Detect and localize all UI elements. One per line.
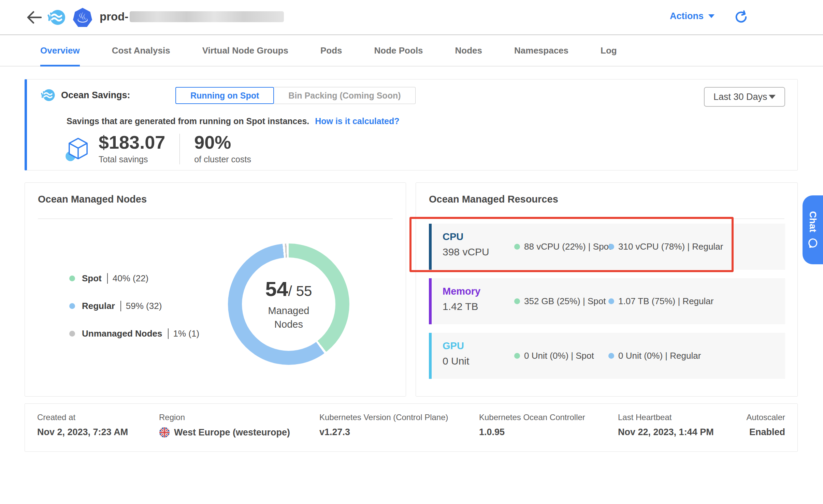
period-select-value: Last 30 Days bbox=[713, 92, 767, 102]
regular-dot-icon bbox=[608, 298, 614, 304]
top-header: ♨ prod- Actions bbox=[0, 0, 823, 35]
autoscaler-status: Enabled bbox=[747, 427, 785, 438]
how-calculated-link[interactable]: How is it calculated? bbox=[315, 116, 399, 126]
cube-icon bbox=[65, 135, 91, 164]
managed-resources-title: Ocean Managed Resources bbox=[429, 194, 558, 205]
tab-overview[interactable]: Overview bbox=[40, 35, 80, 66]
info-region: Region West Europe (westeurope) bbox=[159, 413, 290, 438]
tab-bar: Overview Cost Analysis Virtual Node Grou… bbox=[0, 35, 823, 66]
cpu-spot-metric: 88 vCPU (22%) | Spot bbox=[514, 241, 611, 252]
legend-item-spot: Spot 40% (22) bbox=[69, 273, 199, 284]
chat-label: Chat bbox=[807, 211, 818, 232]
tab-virtual-node-groups[interactable]: Virtual Node Groups bbox=[202, 35, 288, 66]
cluster-pct-caption: of cluster costs bbox=[194, 154, 251, 164]
cpu-regular-metric: 310 vCPU (78%) | Regular bbox=[608, 241, 723, 252]
ocean-managed-nodes-card: Ocean Managed Nodes Spot 40% (22) Regula… bbox=[25, 182, 406, 397]
back-arrow-icon[interactable] bbox=[27, 11, 42, 24]
managed-nodes-title: Ocean Managed Nodes bbox=[38, 194, 147, 205]
chat-bubble-icon bbox=[807, 238, 818, 249]
cpu-label: CPU bbox=[443, 231, 463, 242]
info-last-heartbeat: Last Heartbeat Nov 22, 2023, 1:44 PM bbox=[618, 413, 714, 438]
cluster-name-redacted bbox=[130, 11, 284, 22]
bin-packing-toggle[interactable]: Bin Packing (Coming Soon) bbox=[274, 87, 415, 104]
donut-legend: Spot 40% (22) Regular 59% (32) Unmanaged… bbox=[69, 273, 199, 339]
ocean-logo-icon bbox=[47, 8, 66, 27]
info-created-at: Created at Nov 2, 2023, 7:23 AM bbox=[37, 413, 128, 438]
spot-dot-icon bbox=[69, 276, 75, 281]
tab-node-pools[interactable]: Node Pools bbox=[374, 35, 423, 66]
gpu-label: GPU bbox=[443, 340, 464, 352]
gpu-spot-metric: 0 Unit (0%) | Spot bbox=[514, 351, 594, 361]
spot-dot-icon bbox=[514, 244, 520, 250]
uk-flag-icon bbox=[159, 427, 170, 438]
savings-stats: $183.07 Total savings 90% of cluster cos… bbox=[65, 132, 251, 164]
ocean-savings-icon bbox=[41, 88, 56, 103]
divider bbox=[429, 219, 784, 219]
ocean-managed-resources-card: Ocean Managed Resources CPU 398 vCPU 88 … bbox=[416, 182, 798, 397]
tab-log[interactable]: Log bbox=[601, 35, 617, 66]
period-select[interactable]: Last 30 Days bbox=[704, 87, 785, 107]
ocean-savings-label: Ocean Savings: bbox=[61, 90, 130, 101]
memory-total: 1.42 TB bbox=[443, 301, 478, 312]
chevron-down-icon bbox=[708, 14, 714, 18]
cluster-pct-stat: 90% of cluster costs bbox=[194, 132, 251, 164]
total-savings-value: $183.07 bbox=[99, 132, 165, 152]
total-savings-stat: $183.07 Total savings bbox=[99, 132, 165, 164]
managed-nodes-chart: 54/ 55 Managed Nodes bbox=[228, 243, 349, 365]
info-k8s-version: Kubernetes Version (Control Plane) v1.27… bbox=[319, 413, 448, 438]
refresh-icon[interactable] bbox=[734, 10, 749, 25]
info-autoscaler: Autoscaler Enabled bbox=[747, 413, 785, 438]
gpu-total: 0 Unit bbox=[443, 355, 469, 367]
managed-nodes-caption: Managed Nodes bbox=[255, 304, 323, 331]
spot-dot-icon bbox=[514, 353, 520, 359]
divider bbox=[179, 134, 180, 164]
savings-toggle: Running on Spot Bin Packing (Coming Soon… bbox=[175, 87, 416, 104]
memory-label: Memory bbox=[443, 286, 480, 297]
cluster-pct-value: 90% bbox=[194, 132, 251, 152]
chat-button[interactable]: Chat bbox=[803, 195, 823, 264]
page-title: prod- bbox=[100, 10, 284, 23]
regular-dot-icon bbox=[608, 244, 614, 250]
tab-cost-analysis[interactable]: Cost Analysis bbox=[112, 35, 170, 66]
actions-button[interactable]: Actions bbox=[670, 11, 714, 21]
total-savings-caption: Total savings bbox=[99, 154, 165, 164]
tab-nodes[interactable]: Nodes bbox=[455, 35, 482, 66]
legend-item-regular: Regular 59% (32) bbox=[69, 301, 199, 311]
cpu-total: 398 vCPU bbox=[443, 246, 489, 258]
ocean-savings-card: Ocean Savings: Running on Spot Bin Packi… bbox=[25, 79, 798, 171]
resource-row-gpu: GPU 0 Unit 0 Unit (0%) | Spot 0 Unit (0%… bbox=[429, 333, 785, 379]
divider bbox=[38, 219, 393, 219]
managed-nodes-count: 54/ 55 bbox=[265, 277, 312, 301]
kubernetes-logo-icon: ♨ bbox=[73, 8, 92, 27]
chevron-down-icon bbox=[769, 95, 776, 99]
cluster-info-bar: Created at Nov 2, 2023, 7:23 AM Region W… bbox=[25, 403, 798, 452]
spot-dot-icon bbox=[514, 298, 520, 304]
unmanaged-dot-icon bbox=[69, 331, 75, 337]
regular-dot-icon bbox=[608, 353, 614, 359]
resource-row-cpu: CPU 398 vCPU 88 vCPU (22%) | Spot 310 vC… bbox=[429, 224, 785, 270]
tab-pods[interactable]: Pods bbox=[320, 35, 342, 66]
donut-center-label: 54/ 55 Managed Nodes bbox=[228, 243, 349, 365]
gpu-regular-metric: 0 Unit (0%) | Regular bbox=[608, 351, 701, 361]
regular-dot-icon bbox=[69, 303, 75, 309]
memory-spot-metric: 352 GB (25%) | Spot bbox=[514, 296, 606, 307]
cluster-name-prefix: prod- bbox=[100, 10, 128, 23]
tab-namespaces[interactable]: Namespaces bbox=[514, 35, 568, 66]
memory-regular-metric: 1.07 TB (75%) | Regular bbox=[608, 296, 713, 307]
legend-item-unmanaged: Unmanaged Nodes 1% (1) bbox=[69, 328, 199, 339]
running-on-spot-toggle[interactable]: Running on Spot bbox=[175, 87, 274, 104]
info-ocean-controller: Kubernetes Ocean Controller 1.0.95 bbox=[479, 413, 585, 438]
resource-row-memory: Memory 1.42 TB 352 GB (25%) | Spot 1.07 … bbox=[429, 278, 785, 324]
savings-description: Savings that are generated from running … bbox=[67, 116, 399, 126]
